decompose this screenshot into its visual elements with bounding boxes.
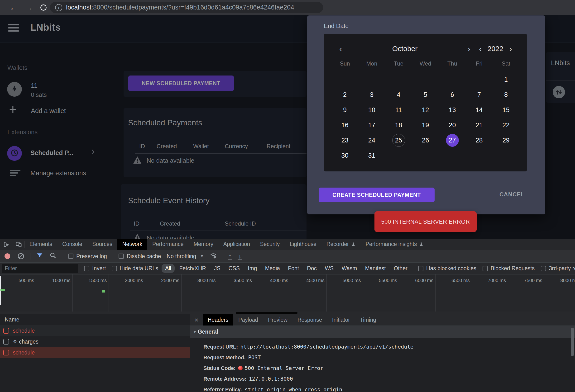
calendar-day[interactable]: 6 [446, 88, 459, 101]
resource-type-chip[interactable]: JS [211, 264, 224, 273]
calendar-day[interactable]: 22 [500, 119, 512, 131]
calendar-day[interactable]: 12 [419, 104, 432, 116]
resource-type-chip[interactable]: Img [244, 264, 261, 273]
address-bar[interactable]: i localhost:8000/scheduledpayments/?usr=… [50, 2, 323, 13]
calendar-day[interactable]: 31 [365, 149, 378, 162]
tab-sources[interactable]: Sources [87, 239, 117, 250]
calendar-day[interactable]: 9 [338, 104, 351, 116]
search-icon[interactable] [49, 252, 57, 261]
calendar-day[interactable]: 18 [392, 119, 405, 131]
tab-response[interactable]: Response [292, 314, 327, 326]
filter-input[interactable] [2, 264, 78, 273]
resource-type-chip[interactable]: All [162, 264, 175, 273]
calendar-day[interactable]: 19 [419, 119, 432, 131]
calendar-day [500, 149, 512, 162]
scrollbar-thumb[interactable] [236, 312, 297, 314]
resource-type-chip[interactable]: Fetch/XHR [176, 264, 209, 273]
calendar-day[interactable]: 11 [392, 104, 405, 116]
prev-year-icon[interactable]: ‹ [477, 43, 484, 54]
tab-recorder[interactable]: Recorder [321, 239, 361, 250]
tab-performance[interactable]: Performance [147, 239, 189, 250]
calendar-day[interactable]: 1 [500, 73, 512, 86]
import-har-icon[interactable]: ↑ [227, 253, 232, 260]
next-year-icon[interactable]: › [507, 43, 514, 54]
tab-headers[interactable]: Headers [203, 314, 233, 326]
calendar-day[interactable]: 2 [338, 88, 351, 101]
calendar-day[interactable]: 26 [419, 134, 432, 147]
general-section-header[interactable]: ▾ General [190, 326, 575, 338]
calendar-day[interactable]: 14 [473, 104, 486, 116]
vertical-scrollbar-thumb[interactable] [571, 328, 574, 356]
calendar-day[interactable]: 28 [473, 134, 486, 147]
tab-network[interactable]: Network [117, 239, 147, 250]
resource-type-chip[interactable]: Manifest [361, 264, 389, 273]
tab-payload[interactable]: Payload [233, 314, 263, 326]
tab-security[interactable]: Security [255, 239, 285, 250]
calendar-day[interactable]: 15 [500, 104, 512, 116]
clear-icon[interactable] [18, 253, 24, 259]
resource-type-chip[interactable]: WS [321, 264, 337, 273]
filter-funnel-icon[interactable] [36, 252, 43, 261]
tab-performance-insights[interactable]: Performance insights [361, 239, 429, 250]
name-column-header[interactable]: Name [0, 314, 190, 325]
next-month-icon[interactable]: › [465, 43, 473, 54]
resource-type-chip[interactable]: Doc [303, 264, 320, 273]
table-row[interactable]: schedule [0, 325, 190, 336]
resource-type-chip[interactable]: CSS [225, 264, 243, 273]
invert-checkbox[interactable] [84, 266, 89, 271]
reload-icon[interactable] [39, 3, 48, 13]
tab-initiator[interactable]: Initiator [327, 314, 355, 326]
export-har-icon[interactable]: ↓ [237, 253, 242, 260]
calendar-day[interactable]: 5 [419, 88, 432, 101]
preserve-log-checkbox[interactable] [68, 254, 73, 259]
calendar-day[interactable]: 16 [338, 119, 351, 131]
calendar-day[interactable]: 27 [446, 134, 459, 147]
tab-lighthouse[interactable]: Lighthouse [285, 239, 321, 250]
calendar-day[interactable]: 24 [365, 134, 378, 147]
third-party-requests-checkbox[interactable] [541, 266, 546, 271]
resource-type-chip[interactable]: Other [390, 264, 411, 273]
site-info-icon[interactable]: i [55, 4, 62, 11]
calendar-day[interactable]: 21 [473, 119, 486, 131]
table-row-selected[interactable]: schedule [0, 347, 190, 358]
calendar-day[interactable]: 8 [500, 88, 512, 101]
tab-preview[interactable]: Preview [263, 314, 292, 326]
calendar-day[interactable]: 3 [365, 88, 378, 101]
calendar-day[interactable]: 30 [338, 149, 351, 162]
dropdown-arrow-icon[interactable]: ▼ [200, 254, 204, 259]
network-conditions-icon[interactable] [210, 252, 217, 261]
inspect-element-icon[interactable] [0, 239, 13, 250]
tab-elements[interactable]: Elements [24, 239, 57, 250]
has-blocked-cookies-checkbox[interactable] [418, 266, 423, 271]
hide-data-urls-checkbox[interactable] [112, 266, 117, 271]
tab-timing[interactable]: Timing [355, 314, 381, 326]
forward-icon[interactable]: → [24, 0, 33, 15]
resource-type-chip[interactable]: Wasm [338, 264, 360, 273]
tab-application[interactable]: Application [218, 239, 255, 250]
prev-month-icon[interactable]: ‹ [337, 43, 344, 54]
calendar-day[interactable]: 4 [392, 88, 405, 101]
calendar-day[interactable]: 29 [500, 134, 512, 147]
back-icon[interactable]: ← [9, 0, 18, 15]
tab-console[interactable]: Console [57, 239, 87, 250]
calendar-day[interactable]: 7 [473, 88, 486, 101]
table-row[interactable]: ⚙ charges [0, 336, 190, 347]
resource-type-chip[interactable]: Font [285, 264, 303, 273]
close-icon[interactable]: × [190, 314, 203, 326]
blocked-requests-checkbox[interactable] [482, 266, 488, 271]
calendar-day[interactable]: 20 [446, 119, 459, 131]
throttling-select[interactable]: No throttling [167, 253, 196, 260]
disable-cache-checkbox[interactable] [119, 254, 124, 259]
horizontal-scrollbar[interactable] [0, 311, 575, 314]
record-icon[interactable] [4, 253, 10, 259]
calendar-day[interactable]: 10 [365, 104, 378, 116]
create-scheduled-payment-button[interactable]: CREATE SCHEDULED PAYMENT [319, 188, 434, 202]
resource-type-chip[interactable]: Media [261, 264, 284, 273]
calendar-day[interactable]: 25 [392, 134, 405, 147]
calendar-day[interactable]: 17 [365, 119, 378, 131]
calendar-day[interactable]: 23 [338, 134, 351, 147]
tab-memory[interactable]: Memory [189, 239, 218, 250]
cancel-button[interactable]: CANCEL [497, 191, 527, 198]
device-toolbar-icon[interactable] [13, 239, 24, 250]
calendar-day[interactable]: 13 [446, 104, 459, 116]
